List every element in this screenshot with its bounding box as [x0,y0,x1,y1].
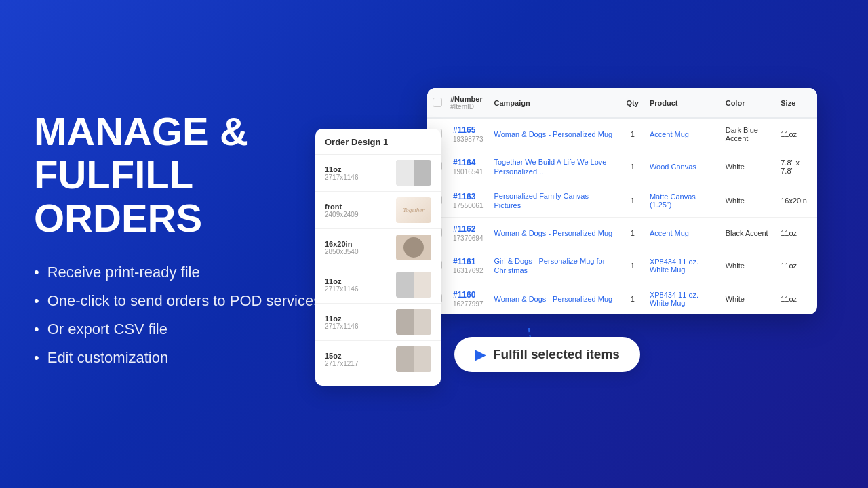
design-item-4: 11oz 2717x1146 [315,266,441,304]
fulfill-selected-button[interactable]: ▶ Fulfill selected items [454,337,640,372]
design-item-3: 16x20in 2850x3540 [315,229,441,266]
bullet-item-2: One-click to send orders to POD services [34,293,326,310]
bullet-item-3: Or export CSV file [34,321,326,339]
bullet-item-4: Edit customization [34,350,326,367]
header-qty: Qty [621,88,644,118]
feature-list: Receive print-ready file One-click to se… [34,264,326,367]
design-thumbnail-3 [396,235,431,260]
header-checkbox-cell[interactable] [427,88,448,118]
header-checkbox[interactable] [433,98,442,107]
main-title: MANAGE & FULFILL ORDERS [34,110,326,239]
bullet-item-1: Receive print-ready file [34,264,326,282]
design-thumbnail-1 [396,160,431,186]
order-design-panel: Order Design 1 11oz 2717x1146 front 2409… [315,129,441,386]
left-panel: MANAGE & FULFILL ORDERS Receive print-re… [34,110,326,378]
design-item-5: 11oz 2717x1146 [315,304,441,341]
fulfill-arrow-icon: ▶ [475,346,485,363]
design-thumbnail-5 [396,309,431,335]
design-item-1: 11oz 2717x1146 [315,155,441,192]
fulfill-button-container: ▶ Fulfill selected items [454,337,640,372]
table-row: #116419016541 Together We Build A Life W… [427,150,817,184]
table-row: #116519398773 Woman & Dogs - Personalize… [427,118,817,150]
design-thumbnail-2: Together [396,197,431,223]
table-row: #116016277997 Woman & Dogs - Personalize… [427,283,817,314]
table-row: #116217370694 Woman & Dogs - Personalize… [427,218,817,249]
header-product: Product [644,88,720,118]
design-item-2: front 2409x2409 Together [315,192,441,229]
table-row: #116116317692 Girl & Dogs - Personalize … [427,249,817,283]
design-item-6: 15oz 2717x1217 [315,341,441,378]
right-area: Order Design 1 11oz 2717x1146 front 2409… [427,88,848,314]
header-campaign: Campaign [489,88,621,118]
design-thumbnail-6 [396,346,431,372]
fulfill-button-label: Fulfill selected items [493,347,620,362]
header-size: Size [775,88,817,118]
orders-table: #Number #ItemID Campaign Qty Product Col… [427,88,817,314]
header-color: Color [720,88,776,118]
table-row: #116317550061 Personalized Family Canvas… [427,184,817,218]
order-design-title: Order Design 1 [315,137,441,155]
design-thumbnail-4 [396,272,431,298]
header-number: #Number #ItemID [448,88,489,118]
orders-table-container: #Number #ItemID Campaign Qty Product Col… [427,88,817,314]
